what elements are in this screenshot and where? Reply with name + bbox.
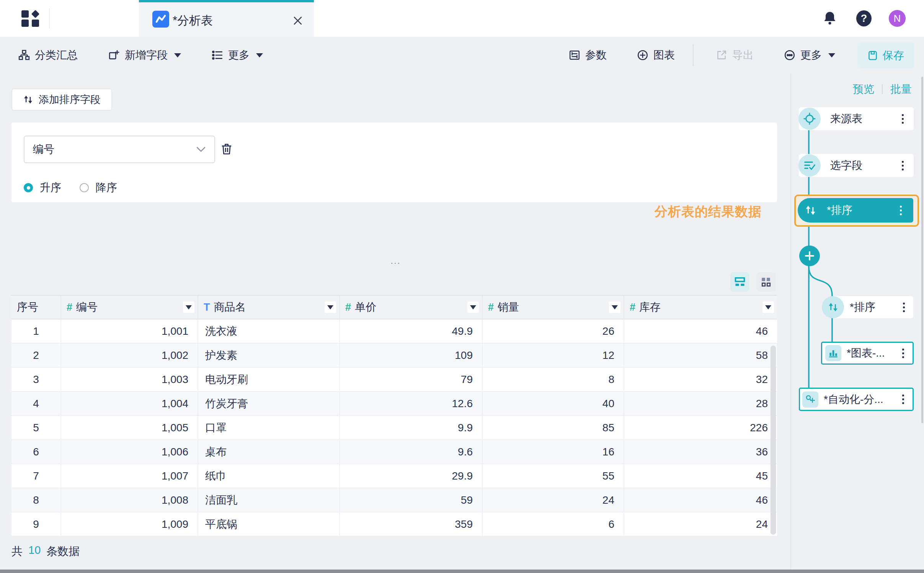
table-scrollbar[interactable] bbox=[771, 345, 776, 535]
node-sort-2[interactable]: *排序 bbox=[832, 296, 913, 318]
toolbar-divider bbox=[693, 44, 694, 66]
grid-view-toggle[interactable] bbox=[756, 272, 775, 291]
node-sort-selected[interactable]: *排序 bbox=[794, 195, 919, 227]
column-header[interactable]: # 销量 bbox=[483, 296, 624, 319]
table-cell: 226 bbox=[624, 416, 777, 439]
export-label: 导出 bbox=[732, 48, 754, 62]
table-cell: 16 bbox=[483, 440, 624, 463]
column-dropdown-icon[interactable] bbox=[183, 301, 194, 313]
table-view-toggle[interactable] bbox=[730, 272, 749, 291]
sort-order-radios: 升序 降序 bbox=[24, 178, 117, 197]
help-icon[interactable]: ? bbox=[856, 10, 872, 26]
params-icon bbox=[569, 49, 580, 61]
add-sort-field-button[interactable]: 添加排序字段 bbox=[11, 88, 112, 111]
column-dropdown-icon[interactable] bbox=[609, 301, 620, 313]
column-header[interactable]: T 商品名 bbox=[198, 296, 340, 319]
table-cell: 40 bbox=[483, 392, 624, 415]
column-dropdown-icon[interactable] bbox=[762, 301, 774, 313]
more-left-button[interactable]: 更多 bbox=[212, 43, 263, 67]
notification-bell-icon[interactable] bbox=[823, 11, 837, 26]
trash-icon[interactable] bbox=[220, 142, 233, 156]
kebab-menu-icon[interactable] bbox=[901, 393, 906, 406]
node-label: 来源表 bbox=[830, 111, 862, 126]
export-icon bbox=[716, 49, 727, 61]
radio-descending[interactable]: 降序 bbox=[80, 180, 117, 195]
table-cell: 79 bbox=[340, 368, 483, 391]
table-cell: 1,009 bbox=[61, 512, 198, 536]
table-cell: 桌布 bbox=[198, 440, 340, 463]
topbar-divider bbox=[49, 8, 50, 28]
sort-icon bbox=[23, 95, 33, 105]
radio-selected-icon bbox=[24, 183, 33, 192]
sort-field-select[interactable]: 编号 bbox=[24, 136, 215, 163]
export-button[interactable]: 导出 bbox=[716, 43, 754, 67]
table-cell: 口罩 bbox=[198, 416, 340, 439]
table-cell: 6 bbox=[11, 440, 61, 463]
table-cell: 1,001 bbox=[61, 319, 198, 343]
table-cell: 洁面乳 bbox=[198, 488, 340, 512]
tab-title: *分析表 bbox=[173, 13, 213, 29]
close-icon[interactable] bbox=[292, 15, 304, 27]
column-header[interactable]: # 库存 bbox=[624, 296, 777, 319]
table-cell: 26 bbox=[483, 319, 624, 343]
column-header[interactable]: # 单价 bbox=[340, 296, 483, 319]
add-field-label: 新增字段 bbox=[125, 48, 168, 62]
table-row: 31,003电动牙刷79832 bbox=[11, 368, 777, 392]
table-cell: 8 bbox=[11, 488, 61, 512]
kebab-menu-icon[interactable] bbox=[898, 204, 903, 217]
crosshair-icon[interactable] bbox=[798, 108, 821, 130]
node-automation[interactable]: *自动化-分... bbox=[799, 388, 914, 411]
sort-icon[interactable] bbox=[822, 296, 844, 318]
group-summary-button[interactable]: 分类汇总 bbox=[18, 43, 78, 67]
node-label: *自动化-分... bbox=[824, 392, 883, 407]
panel-scrollbar[interactable] bbox=[921, 77, 923, 423]
avatar-initial: N bbox=[894, 13, 901, 25]
kebab-menu-icon[interactable] bbox=[901, 347, 906, 360]
radio-ascending[interactable]: 升序 bbox=[24, 180, 61, 195]
node-label: *图表-... bbox=[847, 346, 885, 360]
app-screen: *分析表 ? N 分类汇总 bbox=[0, 0, 924, 573]
table-cell: 1,003 bbox=[61, 368, 198, 391]
sort-field-value: 编号 bbox=[33, 142, 54, 157]
node-chart[interactable]: *图表-... bbox=[821, 342, 914, 365]
count-value: 10 bbox=[28, 544, 41, 559]
avatar[interactable]: N bbox=[889, 10, 906, 27]
column-label: 销量 bbox=[498, 300, 519, 314]
chevron-down-icon bbox=[256, 53, 263, 57]
number-type-icon: # bbox=[630, 301, 635, 313]
tab-analysis-sheet[interactable]: *分析表 bbox=[139, 0, 314, 37]
column-dropdown-icon[interactable] bbox=[325, 301, 336, 313]
kebab-menu-icon[interactable] bbox=[900, 113, 905, 125]
table-cell: 1,008 bbox=[61, 488, 198, 512]
save-button[interactable]: 保存 bbox=[857, 43, 914, 68]
table-cell: 洗衣液 bbox=[198, 319, 340, 343]
table-cell: 24 bbox=[483, 488, 624, 512]
table-cell: 24 bbox=[624, 512, 777, 536]
ascending-label: 升序 bbox=[40, 180, 61, 195]
app-logo-icon[interactable] bbox=[21, 9, 40, 28]
kebab-menu-icon[interactable] bbox=[901, 301, 906, 314]
sort-node-pill[interactable]: *排序 bbox=[798, 198, 913, 223]
add-node-button[interactable] bbox=[799, 246, 820, 266]
column-dropdown-icon[interactable] bbox=[467, 301, 479, 313]
more-right-button[interactable]: 更多 bbox=[784, 43, 835, 67]
table-cell: 1 bbox=[11, 319, 61, 343]
table-cell: 58 bbox=[624, 344, 777, 367]
batch-link[interactable]: 批量 bbox=[890, 82, 912, 97]
save-icon bbox=[867, 50, 878, 61]
preview-link[interactable]: 预览 bbox=[853, 82, 874, 97]
chart-button[interactable]: 图表 bbox=[637, 43, 675, 67]
sort-config-panel: 编号 升序 降序 bbox=[11, 123, 777, 202]
save-label: 保存 bbox=[883, 48, 904, 63]
table-cell: 5 bbox=[11, 416, 61, 439]
params-button[interactable]: 参数 bbox=[569, 43, 607, 67]
resize-handle[interactable]: … bbox=[384, 254, 407, 267]
kebab-menu-icon[interactable] bbox=[900, 159, 905, 172]
column-header[interactable]: 序号 bbox=[11, 296, 61, 319]
select-fields-icon[interactable] bbox=[798, 154, 821, 177]
table-cell: 1,007 bbox=[61, 464, 198, 488]
add-field-button[interactable]: 新增字段 bbox=[108, 43, 181, 67]
list-layout-icon bbox=[734, 277, 746, 287]
column-header[interactable]: # 编号 bbox=[61, 296, 198, 319]
table-row: 21,002护发素1091258 bbox=[11, 344, 777, 368]
